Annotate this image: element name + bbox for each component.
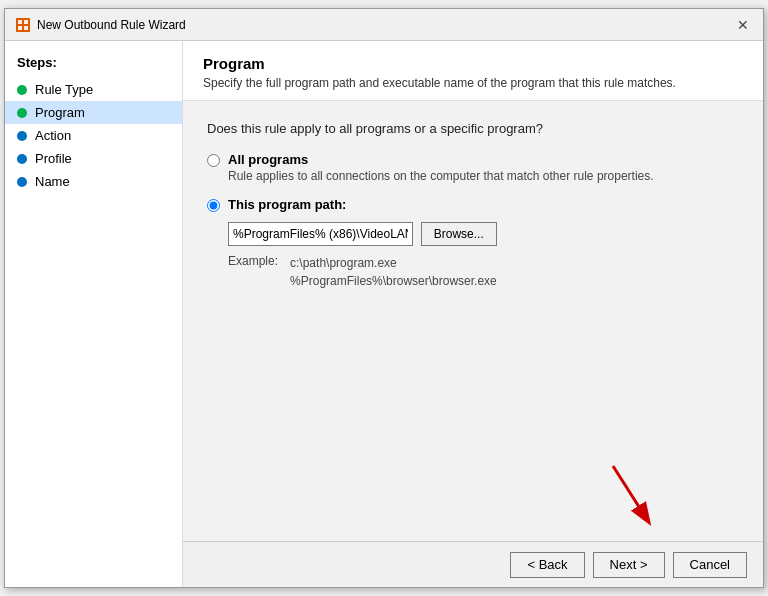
svg-line-6 [613,466,648,521]
sidebar-item-program[interactable]: Program [5,101,182,124]
path-section: Browse... Example: c:\path\program.exe%P… [228,216,497,290]
question-text: Does this rule apply to all programs or … [207,121,739,136]
sidebar-item-action[interactable]: Action [5,124,182,147]
cancel-button[interactable]: Cancel [673,552,747,578]
this-program-label[interactable]: This program path: [228,197,497,212]
step-label-action: Action [35,128,71,143]
step-label-name: Name [35,174,70,189]
close-button[interactable]: ✕ [733,17,753,33]
browse-button[interactable]: Browse... [421,222,497,246]
step-dot-action [17,131,27,141]
step-dot-name [17,177,27,187]
svg-rect-2 [24,20,28,24]
all-programs-label-group: All programs Rule applies to all connect… [228,152,654,183]
this-program-option: This program path: Browse... Example: c:… [207,197,739,290]
example-section: Example: c:\path\program.exe%ProgramFile… [228,254,497,290]
step-label-program: Program [35,105,85,120]
title-bar: New Outbound Rule Wizard ✕ [5,9,763,41]
step-label-profile: Profile [35,151,72,166]
all-programs-option: All programs Rule applies to all connect… [207,152,739,183]
sidebar-item-profile[interactable]: Profile [5,147,182,170]
all-programs-label[interactable]: All programs [228,152,654,167]
main-body: Does this rule apply to all programs or … [183,101,763,541]
path-row: Browse... [228,222,497,246]
svg-rect-4 [24,26,28,30]
step-dot-rule-type [17,85,27,95]
content-area: Steps: Rule Type Program Action Profile … [5,41,763,587]
this-program-radio[interactable] [207,199,220,212]
svg-rect-3 [18,26,22,30]
example-label: Example: [228,254,278,290]
title-bar-left: New Outbound Rule Wizard [15,17,186,33]
this-program-label-group: This program path: Browse... Example: c:… [228,197,497,290]
sidebar-item-rule-type[interactable]: Rule Type [5,78,182,101]
next-button[interactable]: Next > [593,552,665,578]
all-programs-desc: Rule applies to all connections on the c… [228,169,654,183]
svg-rect-1 [18,20,22,24]
all-programs-radio[interactable] [207,154,220,167]
path-input[interactable] [228,222,413,246]
main-header: Program Specify the full program path an… [183,41,763,101]
steps-label: Steps: [5,51,182,78]
window-icon [15,17,31,33]
main-content: Program Specify the full program path an… [183,41,763,587]
step-dot-profile [17,154,27,164]
main-subtitle: Specify the full program path and execut… [203,76,743,90]
arrow-indicator [603,456,663,539]
step-label-rule-type: Rule Type [35,82,93,97]
title-bar-title: New Outbound Rule Wizard [37,18,186,32]
step-dot-program [17,108,27,118]
next-arrow-svg [603,456,663,536]
main-title: Program [203,55,743,72]
footer: < Back Next > Cancel [183,541,763,587]
example-values: c:\path\program.exe%ProgramFiles%\browse… [290,254,497,290]
sidebar-item-name[interactable]: Name [5,170,182,193]
wizard-window: New Outbound Rule Wizard ✕ Steps: Rule T… [4,8,764,588]
sidebar: Steps: Rule Type Program Action Profile … [5,41,183,587]
back-button[interactable]: < Back [510,552,584,578]
